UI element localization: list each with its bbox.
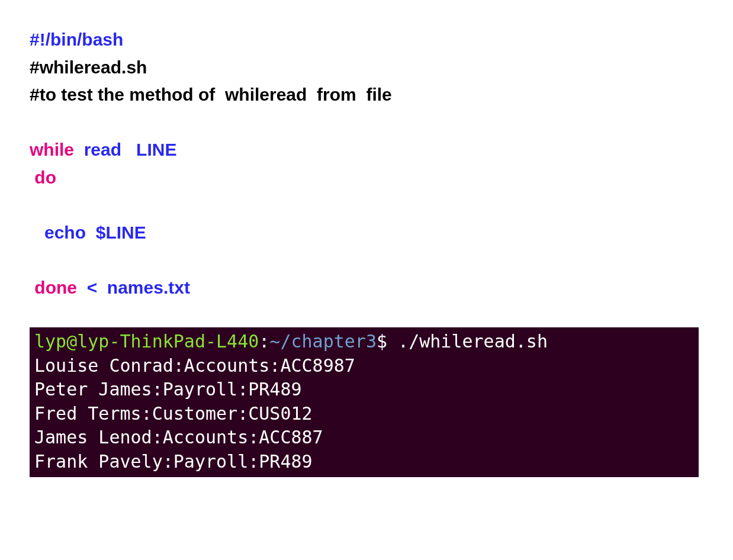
redirect-input: < names.txt	[77, 278, 190, 297]
while-keyword: while	[30, 140, 74, 159]
terminal-window: lyp@lyp-ThinkPad-L440:~/chapter3$ ./whil…	[30, 327, 699, 477]
terminal-dollar: $	[377, 331, 398, 352]
terminal-user-host: lyp@lyp-ThinkPad-L440	[34, 331, 259, 352]
script-comment-filename: #whileread.sh	[30, 57, 147, 77]
terminal-output-line: Frank Pavely:Payroll:PR489	[34, 450, 694, 474]
terminal-command: ./whileread.sh	[398, 331, 548, 352]
terminal-output-line: Louise Conrad:Accounts:ACC8987	[34, 354, 694, 378]
do-keyword: do	[30, 168, 56, 187]
terminal-output-line: Fred Terms:Customer:CUS012	[34, 402, 694, 426]
read-command: read LINE	[74, 140, 176, 159]
terminal-output-line: James Lenod:Accounts:ACC887	[34, 426, 694, 450]
terminal-output-line: Peter James:Payroll:PR489	[34, 378, 694, 402]
echo-line: echo $LINE	[30, 223, 146, 242]
terminal-colon: :	[259, 331, 269, 352]
done-keyword: done	[30, 278, 77, 297]
terminal-prompt-line: lyp@lyp-ThinkPad-L440:~/chapter3$ ./whil…	[34, 330, 694, 354]
terminal-path: ~/chapter3	[269, 331, 377, 352]
shebang-line: #!/bin/bash	[30, 30, 123, 49]
script-comment-description: #to test the method of whileread from fi…	[30, 85, 392, 104]
bash-script-block: #!/bin/bash #whileread.sh #to test the m…	[30, 26, 703, 301]
